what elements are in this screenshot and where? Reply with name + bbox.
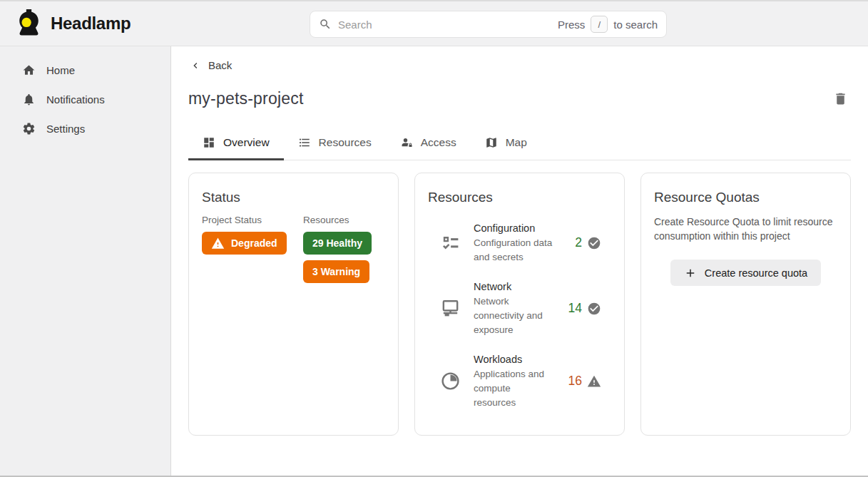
tab-access[interactable]: Access bbox=[386, 127, 471, 160]
resource-row-workloads[interactable]: Workloads Applications and compute resou… bbox=[427, 352, 613, 410]
checklist-icon bbox=[440, 232, 461, 253]
resource-description: Network connectivity and exposure bbox=[474, 294, 553, 337]
sidebar-item-settings[interactable]: Settings bbox=[0, 114, 170, 143]
tab-resources[interactable]: Resources bbox=[284, 127, 386, 160]
project-status-label: Project Status bbox=[202, 215, 289, 225]
headlamp-logo[interactable]: Headlamp bbox=[0, 9, 131, 38]
sidebar-item-label: Settings bbox=[46, 123, 85, 135]
resource-row-network[interactable]: Network Network connectivity and exposur… bbox=[427, 279, 613, 337]
status-card-title: Status bbox=[202, 190, 387, 205]
resource-description: Applications and compute resources bbox=[474, 367, 553, 410]
gear-icon bbox=[22, 122, 36, 135]
person-lock-icon bbox=[400, 136, 413, 149]
search-icon bbox=[319, 18, 332, 31]
sidebar: Home Notifications Settings bbox=[0, 46, 171, 476]
quotas-description: Create Resource Quota to limit resource … bbox=[654, 215, 837, 243]
sidebar-item-label: Home bbox=[46, 64, 75, 76]
badge-text: Degraded bbox=[231, 237, 277, 249]
tab-label: Map bbox=[506, 136, 527, 149]
healthy-count-badge: 29 Healthy bbox=[303, 232, 372, 255]
resources-card: Resources Configuration Configuration da… bbox=[414, 173, 625, 436]
resource-count: 16 bbox=[568, 374, 582, 389]
check-circle-icon bbox=[587, 302, 601, 316]
plus-icon bbox=[684, 267, 697, 279]
tab-label: Resources bbox=[319, 136, 372, 149]
search-input[interactable] bbox=[338, 19, 551, 31]
tab-label: Access bbox=[421, 136, 456, 149]
resource-name: Configuration bbox=[474, 221, 553, 235]
resource-count: 14 bbox=[568, 301, 582, 316]
tab-label: Overview bbox=[223, 136, 270, 149]
home-icon bbox=[22, 63, 36, 77]
global-search[interactable]: Press / to search bbox=[310, 11, 667, 38]
sidebar-item-home[interactable]: Home bbox=[0, 56, 170, 85]
sidebar-item-notifications[interactable]: Notifications bbox=[0, 85, 170, 114]
pie-chart-icon bbox=[440, 371, 461, 391]
badge-text: 3 Warning bbox=[312, 266, 360, 277]
resource-row-configuration[interactable]: Configuration Configuration data and sec… bbox=[427, 221, 613, 265]
warning-count-badge: 3 Warning bbox=[303, 260, 369, 283]
resource-name: Workloads bbox=[474, 352, 553, 366]
to-search-label: to search bbox=[613, 19, 658, 31]
press-label: Press bbox=[558, 19, 585, 31]
list-icon bbox=[298, 136, 311, 149]
sidebar-item-label: Notifications bbox=[46, 93, 105, 106]
quotas-card-title: Resource Quotas bbox=[654, 190, 839, 205]
check-circle-icon bbox=[587, 236, 601, 250]
create-resource-quota-button[interactable]: Create resource quota bbox=[670, 260, 821, 286]
network-icon bbox=[440, 298, 461, 319]
page-title: my-pets-project bbox=[188, 89, 303, 108]
bell-icon bbox=[22, 93, 36, 106]
headlamp-lamp-icon bbox=[16, 9, 42, 38]
warning-triangle-icon bbox=[587, 374, 601, 389]
app-header: Headlamp Press / to search bbox=[0, 0, 868, 46]
button-label: Create resource quota bbox=[705, 267, 807, 279]
search-shortcut-hint: Press / to search bbox=[558, 16, 658, 33]
project-tabs: Overview Resources Access Map bbox=[188, 127, 851, 160]
tab-overview[interactable]: Overview bbox=[188, 127, 284, 160]
slash-keycap: / bbox=[591, 16, 608, 33]
map-icon bbox=[485, 136, 498, 149]
resource-quotas-card: Resource Quotas Create Resource Quota to… bbox=[640, 173, 851, 436]
resources-status-label: Resources bbox=[303, 215, 372, 225]
status-card: Status Project Status Degraded Resources bbox=[188, 173, 399, 436]
dashboard-icon bbox=[203, 136, 215, 149]
delete-project-button[interactable] bbox=[830, 88, 851, 109]
badge-text: 29 Healthy bbox=[312, 237, 362, 249]
main-content: Back my-pets-project Overview bbox=[171, 46, 868, 476]
tab-map[interactable]: Map bbox=[471, 127, 541, 160]
chevron-left-icon bbox=[190, 60, 201, 71]
project-status-badge: Degraded bbox=[202, 232, 287, 255]
resources-card-title: Resources bbox=[428, 190, 613, 205]
resource-description: Configuration data and secrets bbox=[474, 236, 553, 265]
resource-name: Network bbox=[474, 279, 553, 294]
trash-icon bbox=[833, 91, 848, 106]
warning-triangle-icon bbox=[211, 237, 225, 250]
brand-name: Headlamp bbox=[51, 14, 131, 34]
resource-count: 2 bbox=[575, 235, 582, 250]
back-label: Back bbox=[208, 59, 232, 71]
back-button[interactable]: Back bbox=[188, 56, 236, 74]
